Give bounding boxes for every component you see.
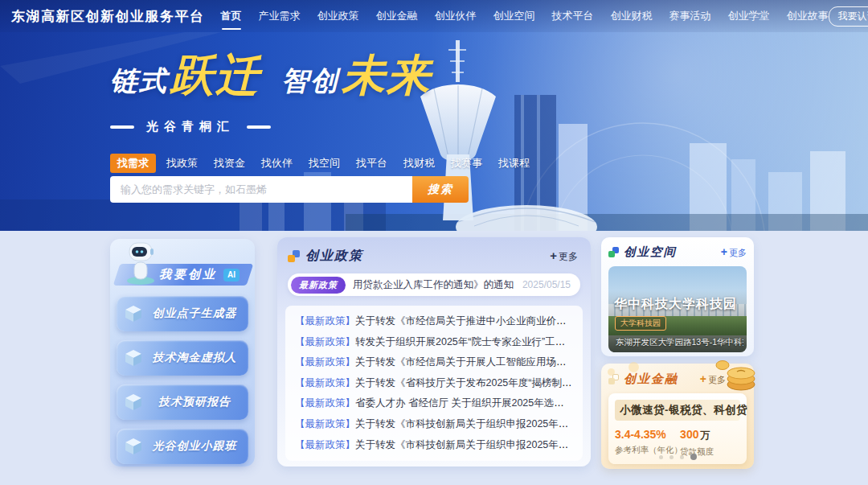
dash-decoration xyxy=(110,125,134,129)
startup-assistant-button[interactable]: 光谷创业小跟班 xyxy=(117,429,248,464)
cube-icon xyxy=(123,436,144,457)
finance-panel-title: 创业金融 xyxy=(624,372,678,387)
tech-mining-avatar-button[interactable]: 技术淘金虚拟人 xyxy=(117,340,248,376)
amount-unit: 万 xyxy=(700,430,710,441)
search-tab-demand[interactable]: 找需求 xyxy=(110,154,156,173)
top-navigation-bar: 东湖高新区创新创业服务平台 首页 产业需求 创业政策 创业金融 创业伙伴 创业空… xyxy=(0,0,868,32)
topbar-actions: 我要认证 登录 xyxy=(829,6,868,27)
hero-banner: 东湖高新区创新创业服务平台 首页 产业需求 创业政策 创业金融 创业伙伴 创业空… xyxy=(0,0,868,231)
ai-entrepreneur-panel: 我要创业 AI 创业点子生成器 技术淘金虚拟人 技术预研报告 光谷创业小跟班 xyxy=(110,239,255,467)
search-input[interactable] xyxy=(110,176,412,203)
hero-title-part2: 跃迁 xyxy=(170,47,260,105)
finance-panel: 创业金融 + 更多 小微速贷-银税贷、科创贷 3.4-4.35% 参考利率（年化… xyxy=(601,364,754,469)
policy-list-item[interactable]: 【最新政策】关于转发《省科技厅关于发布2025年度“揭榜制”科技项目技术需求..… xyxy=(295,373,573,394)
search-tab-tax[interactable]: 找财税 xyxy=(398,154,440,173)
policy-panel: 创业政策 + 更多 最新政策 用贷款企业入库工作的通知》的通知 2025/05/… xyxy=(277,237,591,467)
space-panel: 创业空间 + 更多 华中科技大学科技园 大学科技园 东湖开发区大学园路13号-1… xyxy=(601,237,754,356)
space-icon xyxy=(608,247,619,257)
nav-item-events[interactable]: 赛事活动 xyxy=(669,6,711,27)
nav-item-tax[interactable]: 创业财税 xyxy=(611,6,653,27)
search-tab-events[interactable]: 找赛事 xyxy=(445,154,488,173)
policy-list-item[interactable]: 【最新政策】关于转发《市科技创新局关于组织申报2025年度武汉市重点研发计划..… xyxy=(295,414,573,435)
search-bar: 搜索 xyxy=(110,176,469,203)
space-more-link[interactable]: + 更多 xyxy=(721,245,747,259)
nav-item-finance[interactable]: 创业金融 xyxy=(376,6,418,27)
finance-product-name: 小微速贷-银税贷、科创贷 xyxy=(615,400,740,421)
cube-icon xyxy=(123,347,144,368)
space-card-address: 东湖开发区大学园路13号-1华中科技大... xyxy=(613,337,743,348)
ai-badge: AI xyxy=(223,269,240,282)
policy-more-link[interactable]: + 更多 xyxy=(550,249,578,264)
space-panel-header: 创业空间 + 更多 xyxy=(608,245,747,260)
policy-list-item[interactable]: 【最新政策】关于转发《市科技创新局关于组织申报2025年度武汉市人形机器人领..… xyxy=(295,435,573,456)
policy-icon xyxy=(288,250,300,262)
policy-panel-title: 创业政策 xyxy=(305,248,363,265)
policy-list-item[interactable]: 【最新政策】关于转发《市经信局关于推进中小企业商业价值信用贷款企业入库工... xyxy=(295,311,573,332)
nav-item-tech-platform[interactable]: 技术平台 xyxy=(552,6,594,27)
hero-subtitle: 光谷青桐汇 xyxy=(110,119,271,134)
policy-list-item[interactable]: 【最新政策】关于转发《市经信局关于开展人工智能应用场景项目征集的通知》的... xyxy=(295,352,573,373)
site-logo: 东湖高新区创新创业服务平台 xyxy=(11,7,205,26)
cube-icon xyxy=(123,303,144,324)
nav-item-partners[interactable]: 创业伙伴 xyxy=(435,6,477,27)
space-card-tag: 大学科技园 xyxy=(615,316,666,331)
latest-policy-badge: 最新政策 xyxy=(291,277,346,294)
search-tab-policy[interactable]: 找政策 xyxy=(161,154,203,173)
search-tab-funding[interactable]: 找资金 xyxy=(208,154,251,173)
hero-title: 链式 跃迁 智创 未来 xyxy=(110,47,432,105)
plus-icon: + xyxy=(700,372,706,385)
featured-policy-item[interactable]: 最新政策 用贷款企业入库工作的通知》的通知 2025/05/15 xyxy=(288,273,580,296)
space-card[interactable]: 华中科技大学科技园 大学科技园 东湖开发区大学园路13号-1华中科技大... xyxy=(608,266,747,352)
policy-list-item[interactable]: 【最新政策】省委人才办 省经信厅 关于组织开展2025年选派“科技副总” 服务中… xyxy=(295,393,573,414)
nav-item-space[interactable]: 创业空间 xyxy=(493,6,535,27)
carousel-pagination xyxy=(608,454,747,460)
pagination-dot[interactable] xyxy=(680,455,684,459)
dash-decoration xyxy=(247,125,271,129)
search-tab-courses[interactable]: 找课程 xyxy=(493,154,535,173)
policy-list: 【最新政策】关于转发《市经信局关于推进中小企业商业价值信用贷款企业入库工... … xyxy=(285,306,583,461)
finance-panel-header: 创业金融 + 更多 xyxy=(608,372,747,387)
pagination-dot[interactable] xyxy=(659,455,663,459)
nav-item-industry-demand[interactable]: 产业需求 xyxy=(259,6,301,27)
verify-button[interactable]: 我要认证 xyxy=(829,6,868,27)
robot-icon xyxy=(122,240,159,286)
hero-title-part4: 未来 xyxy=(342,47,432,105)
tech-research-report-button[interactable]: 技术预研报告 xyxy=(117,384,248,420)
rate-value: 3.4-4.35% xyxy=(615,428,680,441)
nav-item-policy[interactable]: 创业政策 xyxy=(317,6,359,27)
space-panel-title: 创业空间 xyxy=(624,245,677,260)
policy-list-item[interactable]: 【最新政策】转发关于组织开展2025年“院士专家企业行”工作的通知 xyxy=(295,332,573,353)
nav-item-stories[interactable]: 创业故事 xyxy=(787,6,829,27)
policy-panel-header: 创业政策 + 更多 xyxy=(277,237,591,265)
pagination-dot-active[interactable] xyxy=(690,454,697,460)
ai-panel-title: 我要创业 xyxy=(159,267,217,282)
hero-title-part3: 智创 xyxy=(281,63,339,105)
search-category-tabs: 找需求 找政策 找资金 找伙伴 找空间 找平台 找财税 找赛事 找课程 xyxy=(110,154,535,173)
search-tab-space[interactable]: 找空间 xyxy=(303,154,346,173)
featured-policy-text: 用贷款企业入库工作的通知》的通知 xyxy=(353,278,516,292)
finance-product-card[interactable]: 小微速贷-银税贷、科创贷 3.4-4.35% 参考利率（年化） 300万 贷款额… xyxy=(608,393,747,464)
nav-item-home[interactable]: 首页 xyxy=(221,6,242,27)
search-button[interactable]: 搜索 xyxy=(412,176,469,203)
plus-icon: + xyxy=(721,245,727,258)
amount-value: 300万 xyxy=(680,428,740,442)
page: 东湖高新区创新创业服务平台 首页 产业需求 创业政策 创业金融 创业伙伴 创业空… xyxy=(0,0,868,485)
cube-icon xyxy=(123,392,144,413)
featured-policy-date: 2025/05/15 xyxy=(522,279,571,290)
space-card-title: 华中科技大学科技园 xyxy=(614,296,737,313)
pagination-dot[interactable] xyxy=(669,455,674,459)
search-tab-platform[interactable]: 找平台 xyxy=(350,154,393,173)
main-nav: 首页 产业需求 创业政策 创业金融 创业伙伴 创业空间 技术平台 创业财税 赛事… xyxy=(221,6,829,27)
finance-icon xyxy=(608,374,619,384)
idea-generator-button[interactable]: 创业点子生成器 xyxy=(117,296,248,331)
search-tab-partner[interactable]: 找伙伴 xyxy=(256,154,298,173)
hero-title-part1: 链式 xyxy=(110,63,168,105)
finance-more-link[interactable]: + 更多 xyxy=(700,372,726,386)
nav-item-academy[interactable]: 创业学堂 xyxy=(728,6,770,27)
ai-tool-buttons: 创业点子生成器 技术淘金虚拟人 技术预研报告 光谷创业小跟班 xyxy=(117,296,248,473)
plus-icon: + xyxy=(550,249,557,262)
